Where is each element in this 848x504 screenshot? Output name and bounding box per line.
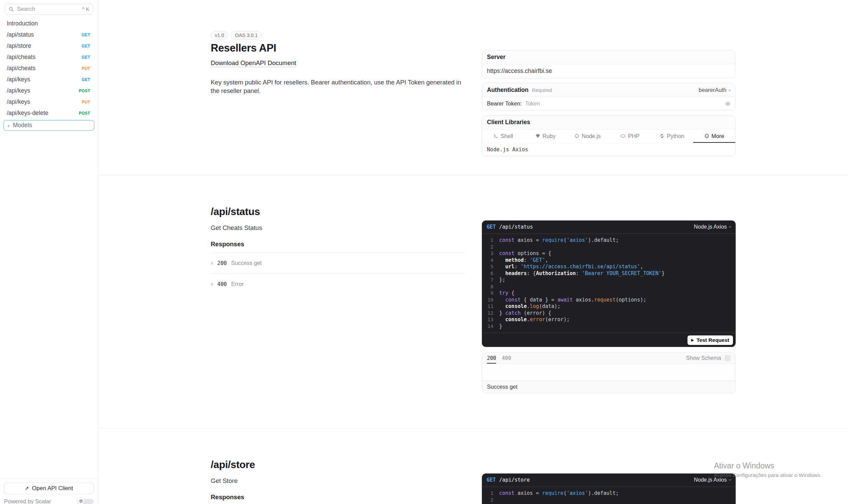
line-number: 3 — [482, 250, 493, 257]
sidebar-item-label: /api/status — [7, 31, 34, 38]
client-selector-dropdown[interactable]: Node.js Axios › — [694, 477, 731, 483]
response-row-400[interactable]: ›400Error — [211, 274, 465, 294]
api-description: Key system public API for resellers. Bea… — [211, 78, 467, 95]
responses-list: ›200Success get›400Error — [211, 252, 465, 294]
code-line: 7}; — [482, 277, 731, 284]
client-libraries-title: Client Libraries — [482, 116, 735, 129]
sidebar-item-api-status[interactable]: /api/statusGET — [3, 29, 94, 40]
client-tab-label: More — [711, 133, 724, 139]
authentication-card: Authentication Required bearerAuth › Bea… — [482, 83, 736, 111]
sidebar-item-label: /api/store — [7, 42, 31, 50]
code-card-header: GET /api/store Node.js Axios › — [482, 473, 736, 487]
line-number: 13 — [482, 317, 493, 323]
response-example-card: 200400 Show Schema Success get — [482, 352, 736, 393]
method-badge-put: PUT — [82, 100, 90, 105]
search-icon — [8, 6, 14, 12]
sidebar-item-api-cheats[interactable]: /api/cheatsPUT — [3, 63, 94, 74]
sidebar-item-api-keys[interactable]: /api/keysPOST — [3, 85, 94, 96]
result-tab-400[interactable]: 400 — [502, 353, 511, 364]
dark-mode-toggle[interactable]: ⚙ — [77, 498, 94, 504]
line-number: 4 — [482, 257, 493, 264]
sidebar-item-label: /api/cheats — [7, 54, 36, 61]
result-tab-200[interactable]: 200 — [487, 353, 496, 364]
client-tab-node-js[interactable]: jsNode.js — [567, 129, 609, 143]
php-icon — [620, 133, 626, 138]
code-block[interactable]: 1const axios = require('axios').default;… — [482, 487, 736, 504]
line-number: 2 — [482, 497, 493, 504]
search-input[interactable]: Search ^ K — [5, 4, 93, 15]
responses-heading: Responses — [211, 493, 465, 501]
sidebar-item-label: /api/keys — [7, 87, 30, 94]
sidebar-item-api-store[interactable]: /api/storeGET — [3, 40, 94, 52]
response-tabs: 200400 — [487, 353, 511, 364]
sidebar-item-api-keys-delete[interactable]: /api/keys-deletePOST — [3, 108, 94, 119]
response-label: Error — [231, 281, 244, 287]
line-number: 9 — [482, 290, 493, 297]
endpoint-title: /api/store — [211, 458, 465, 471]
client-tab-label: Shell — [500, 133, 513, 139]
open-api-client-button[interactable]: ↗ Open API Client — [4, 483, 94, 494]
client-selector-dropdown[interactable]: Node.js Axios › — [694, 224, 731, 230]
more-icon: js — [705, 133, 709, 138]
code-line: 8 — [482, 284, 731, 290]
client-tab-php[interactable]: PHP — [609, 129, 651, 143]
line-number: 8 — [482, 284, 493, 290]
server-card: Server https://access.chairfbi.se — [482, 50, 736, 78]
play-icon: ▶ — [691, 339, 694, 342]
line-number: 10 — [482, 297, 493, 304]
show-schema-label: Show Schema — [686, 355, 721, 361]
eye-icon[interactable] — [725, 101, 730, 107]
client-selector-value: Node.js Axios — [694, 224, 727, 230]
code-line: 9try { — [482, 290, 731, 297]
bearer-token-label: Bearer Token: — [487, 101, 522, 107]
bearer-token-field[interactable]: Bearer Token: Token — [482, 97, 735, 110]
code-line: 1const axios = require('axios').default; — [482, 490, 731, 497]
http-method-label: GET — [487, 477, 496, 483]
sidebar-item-label: /api/keys — [7, 76, 30, 83]
selected-client-label: Node.js Axios — [482, 143, 735, 156]
powered-by-scalar-link[interactable]: Powered by Scalar — [4, 498, 51, 504]
method-badge-put: PUT — [82, 66, 90, 71]
test-request-button[interactable]: ▶ Test Request — [688, 336, 733, 345]
show-schema-checkbox[interactable] — [724, 355, 730, 361]
download-openapi-link[interactable]: Download OpenAPI Document — [211, 59, 296, 67]
request-path-label: /api/status — [499, 224, 691, 230]
response-body — [482, 364, 735, 380]
line-number: 7 — [482, 277, 493, 284]
sidebar-item-api-keys[interactable]: /api/keysGET — [3, 74, 94, 85]
test-request-label: Test Request — [697, 337, 729, 343]
code-line: 2 — [482, 497, 731, 504]
chevron-right-icon: › — [211, 259, 213, 266]
sidebar-item-introduction[interactable]: Introduction — [3, 18, 94, 29]
client-tab-ruby[interactable]: Ruby — [524, 129, 566, 143]
client-tab-label: PHP — [628, 133, 640, 139]
sidebar-item-models[interactable]: › Models — [3, 120, 94, 130]
line-number: 2 — [482, 244, 493, 251]
endpoint-summary: Get Cheats Status — [211, 224, 465, 232]
sidebar-item-label: /api/cheats — [7, 65, 36, 72]
server-url-select[interactable]: https://access.chairfbi.se — [482, 64, 735, 78]
code-line: 5 url: 'https://access.chairfbi.se/api/s… — [482, 264, 731, 270]
code-block[interactable]: 1const axios = require('axios').default;… — [482, 234, 736, 333]
client-tab-python[interactable]: Python — [651, 129, 693, 143]
token-input[interactable]: Token — [525, 101, 725, 107]
code-example-card: GET /api/store Node.js Axios › 1const ax… — [482, 473, 736, 504]
endpoint-title: /api/status — [211, 205, 465, 218]
svg-text:js: js — [706, 135, 708, 137]
badges-row: v1.0 OAS 3.0.1 — [211, 31, 465, 39]
sidebar-item-api-cheats[interactable]: /api/cheatsGET — [3, 52, 94, 63]
auth-scheme-select[interactable]: bearerAuth › — [699, 87, 730, 93]
client-tab-more[interactable]: jsMore — [693, 129, 735, 143]
response-label: Success get — [231, 260, 262, 266]
oas-badge: OAS 3.0.1 — [231, 31, 262, 39]
ruby-icon — [535, 133, 540, 138]
sidebar-item-label: /api/keys — [7, 98, 30, 106]
line-number: 1 — [482, 237, 493, 244]
chevron-down-icon: › — [727, 89, 732, 91]
sidebar: Search ^ K Introduction/api/statusGET/ap… — [0, 0, 98, 504]
chevron-down-icon: › — [727, 479, 732, 481]
client-tab-shell[interactable]: Shell — [482, 129, 524, 143]
code-line: 14} — [482, 323, 731, 330]
response-row-200[interactable]: ›200Success get — [211, 253, 465, 274]
sidebar-item-api-keys[interactable]: /api/keysPUT — [3, 96, 94, 108]
